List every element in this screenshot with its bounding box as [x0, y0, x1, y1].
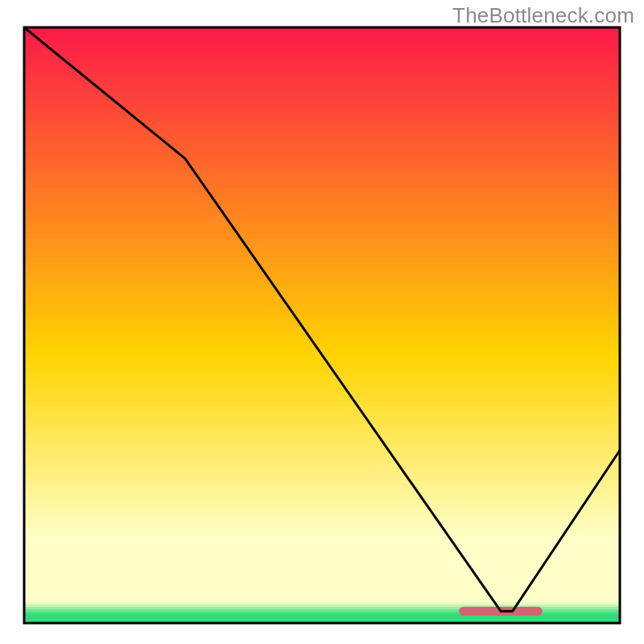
gradient-background — [24, 27, 620, 624]
chart-svg — [0, 0, 644, 644]
chart-container: TheBottleneck.com — [0, 0, 644, 644]
